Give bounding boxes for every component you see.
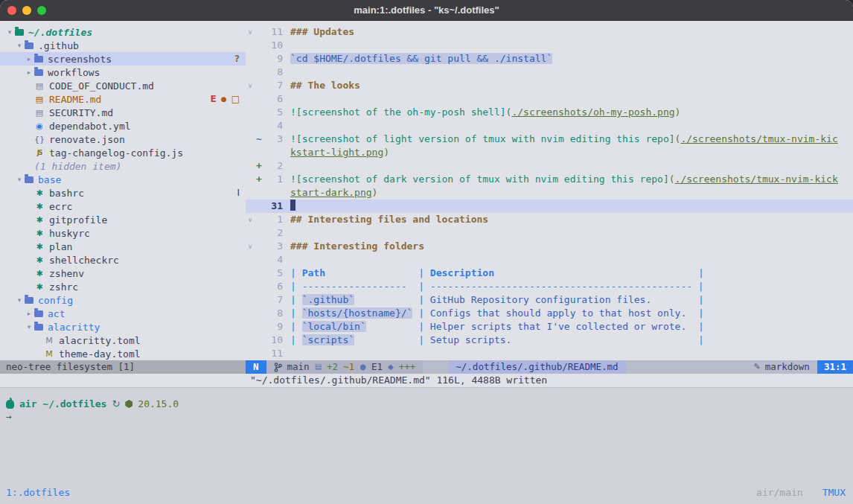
tree-file-bashrc[interactable]: ✱bashrcI [0, 186, 246, 200]
editor-line[interactable]: ∨7## The looks [246, 79, 853, 92]
statusline-filepath[interactable]: ~/.dotfiles/.github/README.md [448, 360, 625, 374]
editor-line[interactable]: 9`cd $HOME/.dotfiles && git pull && ./in… [246, 52, 853, 66]
zoom-button[interactable] [37, 6, 46, 15]
tree-folder-act[interactable]: ▸act [0, 307, 246, 320]
sign-column [255, 213, 263, 226]
tree-folder-screenshots[interactable]: ▸screenshots? [0, 52, 246, 66]
tree-file-huskyrc[interactable]: ✱huskyrc [0, 226, 246, 240]
editor-line[interactable]: 4 [246, 253, 853, 267]
editor-line[interactable]: 9| `local/bin` | Helper scripts that I'v… [246, 320, 853, 334]
shell-icon: ✱ [34, 269, 45, 278]
tree-file-plan[interactable]: ✱plan [0, 240, 246, 253]
editor-line[interactable]: 6| ------------------ | ----------------… [246, 280, 853, 293]
tree-folder-config[interactable]: ▾config [0, 293, 246, 307]
editor-line[interactable]: 5![screenshot of the oh-my-posh shell](.… [246, 106, 853, 119]
markdown-icon: ▤ [34, 81, 45, 91]
editor-line-current[interactable]: 31 [246, 200, 853, 213]
editor-line[interactable]: 10 [246, 39, 853, 52]
tree-file-readme-md[interactable]: ▤README.mdE●□ [0, 92, 246, 106]
editor-line[interactable]: ~3![screenshot of light version of tmux … [246, 133, 853, 146]
editor-line[interactable]: ∨11### Updates [246, 25, 853, 39]
neotree-sidebar[interactable]: ▾~/.dotfiles▾.github▸screenshots?▸workfl… [0, 21, 246, 360]
prompt-arrow[interactable]: → [0, 409, 853, 422]
folder-icon [34, 69, 43, 76]
tree-folder-base[interactable]: ▾base [0, 173, 246, 186]
sign-column [255, 119, 263, 133]
chevron-right-icon[interactable]: ▸ [24, 55, 34, 63]
tree-file-ecrc[interactable]: ✱ecrc [0, 200, 246, 213]
editor-line[interactable]: 4 [246, 119, 853, 133]
editor-line[interactable]: 2 [246, 226, 853, 240]
markdown-link[interactable]: ./screenshots/oh-my-posh.png [511, 106, 674, 118]
text-segment: ![screenshot of the oh-my-posh shell] [290, 106, 506, 118]
gitsign-added: + [255, 159, 263, 173]
titlebar[interactable]: main:1:.dotfiles - "ks~/.dotfiles" [0, 0, 853, 21]
editor-buffer[interactable]: ∨11### Updates109`cd $HOME/.dotfiles && … [246, 21, 853, 360]
markdown-link[interactable]: start-dark.png [290, 187, 372, 198]
chevron-down-icon[interactable]: ▾ [14, 176, 25, 183]
tree-file-renovate-json[interactable]: {}renovate.json [0, 133, 246, 146]
line-content: | ------------------ | -----------------… [290, 280, 853, 293]
chevron-down-icon[interactable]: ▾ [24, 323, 34, 331]
chevron-down-icon[interactable]: ▾ [4, 28, 15, 36]
chevron-right-icon[interactable]: ▸ [24, 68, 34, 76]
fold-column [246, 253, 255, 267]
tree-file-shellcheckrc[interactable]: ✱shellcheckrc [0, 253, 246, 267]
fold-open-icon[interactable]: ∨ [246, 213, 255, 226]
editor-line[interactable]: ∨1## Interesting files and locations [246, 213, 853, 226]
editor-line[interactable]: 10| `scripts` | Setup scripts. | [246, 334, 853, 347]
fold-open-icon[interactable]: ∨ [246, 79, 255, 92]
editor-line[interactable]: 8| `hosts/{hostname}/` | Configs that sh… [246, 307, 853, 320]
line-number: 10 [263, 39, 283, 52]
tree-folder-github[interactable]: ▾.github [0, 39, 246, 52]
editor-line-wrap[interactable]: start-dark.png) [246, 186, 853, 200]
tree-file-theme-day-toml[interactable]: Mtheme-day.toml [0, 347, 246, 360]
fold-open-icon[interactable]: ∨ [246, 240, 255, 253]
editor-line[interactable]: 7| `.github` | GitHub Repository configu… [246, 293, 853, 307]
close-button[interactable] [7, 6, 16, 15]
editor-line[interactable]: ∨3### Interesting folders [246, 240, 853, 253]
markdown-link[interactable]: kstart-light.png [290, 147, 383, 158]
tmux-right-status: air/main TMUX [756, 487, 846, 498]
folder-icon [25, 297, 33, 304]
tree-file-security-md[interactable]: ▤SECURITY.md [0, 106, 246, 119]
editor-line[interactable]: +2 [246, 159, 853, 173]
item-label: config [38, 295, 73, 306]
line-content: ### Updates [290, 25, 853, 39]
window-title: main:1:.dotfiles - "ks~/.dotfiles" [0, 4, 853, 16]
markdown-link[interactable]: ./screenshots/tmux-nvim-kick [675, 173, 838, 185]
plugin-icon: ◆ [388, 360, 394, 374]
tree-file-dependabot-yml[interactable]: ◉dependabot.yml [0, 119, 246, 133]
chevron-down-icon[interactable]: ▾ [14, 42, 25, 49]
tree-file-code-of-conduct-md[interactable]: ▤CODE_OF_CONDUCT.md [0, 79, 246, 92]
tree-file-zshenv[interactable]: ✱zshenv [0, 267, 246, 280]
tree-file-gitprofile[interactable]: ✱gitprofile [0, 213, 246, 226]
line-number: 9 [263, 52, 283, 66]
branch-name[interactable]: main [287, 360, 310, 374]
editor-line[interactable]: 6 [246, 92, 853, 106]
markdown-link[interactable]: ./screenshots/tmux-nvim-kic [680, 133, 837, 144]
tree-folder-workflows[interactable]: ▸workflows [0, 66, 246, 79]
editor-line[interactable]: +1![screenshot of dark version of tmux w… [246, 173, 853, 186]
editor-line[interactable]: 11 [246, 347, 853, 360]
item-label: ~/.dotfiles [28, 27, 92, 38]
fold-open-icon[interactable]: ∨ [246, 25, 255, 39]
minimize-button[interactable] [22, 6, 31, 15]
chevron-down-icon[interactable]: ▾ [14, 296, 25, 304]
line-content: start-dark.png) [290, 186, 853, 200]
editor-line-wrap[interactable]: kstart-light.png) [246, 146, 853, 159]
tmux-window-label[interactable]: 1:.dotfiles [6, 487, 70, 498]
tmux-statusbar[interactable]: 1:.dotfiles air/main TMUX [0, 484, 853, 504]
tree-folder-alacritty[interactable]: ▾alacritty [0, 320, 246, 334]
shell-pane[interactable]: air ~/.dotfiles ↻ 20.15.0 → [0, 387, 853, 484]
tree-file-tag-changelog-config-js[interactable]: JStag-changelog-config.js [0, 146, 246, 159]
tree-file-alacritty-toml[interactable]: Malacritty.toml [0, 334, 246, 347]
line-number: 2 [263, 226, 283, 240]
fold-column [246, 347, 255, 360]
tree-file-zshrc[interactable]: ✱zshrc [0, 280, 246, 293]
editor-line[interactable]: 5| Path | Description | [246, 267, 853, 280]
item-label: bashrc [49, 188, 84, 199]
tree-folder-dotfiles[interactable]: ▾~/.dotfiles [0, 25, 246, 39]
chevron-right-icon[interactable]: ▸ [24, 310, 34, 317]
editor-line[interactable]: 8 [246, 66, 853, 79]
